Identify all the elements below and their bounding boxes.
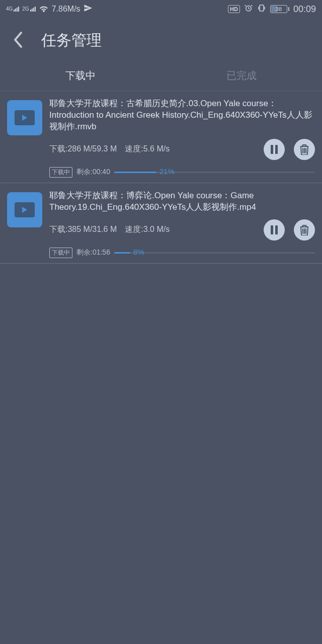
tab-completed[interactable]: 已完成 [161, 69, 322, 83]
time-remaining: 剩余:01:56 [76, 248, 110, 257]
network-4g: 4G [6, 7, 19, 12]
delete-button[interactable] [294, 219, 315, 240]
download-speed: 速度:5.6 M/s [125, 144, 170, 154]
svg-rect-1 [260, 5, 264, 11]
time-remaining: 剩余:00:40 [76, 168, 110, 177]
page-title: 任务管理 [41, 30, 102, 51]
pause-icon [271, 225, 278, 234]
download-speed: 速度:3.0 M/s [125, 224, 170, 235]
status-bar: 4G 2G 7.86M/s HD 38 00:09 [0, 0, 322, 18]
video-thumbnail-icon [7, 100, 42, 135]
pause-icon [271, 145, 278, 154]
clock-time: 00:09 [293, 4, 316, 15]
filename: 耶鲁大学开放课程：博弈论.Open Yale course：Game Theor… [49, 190, 315, 213]
status-badge: 下载中 [49, 167, 72, 178]
trash-icon [299, 224, 309, 235]
vibrate-icon [257, 4, 266, 15]
pause-button[interactable] [264, 219, 285, 240]
battery-icon: 38 [270, 5, 289, 13]
send-icon [84, 4, 93, 15]
download-size: 下载:286 M/59.3 M [49, 144, 117, 154]
progress-percent: 21% [159, 167, 175, 176]
hd-icon: HD [228, 5, 240, 13]
pause-button[interactable] [264, 139, 285, 160]
header: 任务管理 [0, 18, 322, 61]
net-speed: 7.86M/s [52, 5, 80, 14]
delete-button[interactable] [294, 139, 315, 160]
filename: 耶鲁大学开放课程：古希腊历史简介.03.Open Yale course：Int… [49, 98, 315, 133]
alarm-icon [244, 4, 253, 15]
download-list: 耶鲁大学开放课程：古希腊历史简介.03.Open Yale course：Int… [0, 91, 322, 264]
trash-icon [299, 144, 309, 155]
video-thumbnail-icon [7, 192, 42, 227]
network-2g: 2G [22, 7, 35, 12]
download-size: 下载:385 M/31.6 M [49, 224, 117, 235]
download-item: 耶鲁大学开放课程：古希腊历史简介.03.Open Yale course：Int… [0, 91, 322, 183]
back-button[interactable] [12, 31, 27, 51]
progress-bar: 21% [114, 172, 315, 173]
wifi-icon [39, 5, 49, 13]
tab-downloading[interactable]: 下载中 [0, 69, 161, 83]
tabs: 下载中 已完成 [0, 61, 322, 91]
download-item: 耶鲁大学开放课程：博弈论.Open Yale course：Game Theor… [0, 183, 322, 264]
progress-bar: 8% [114, 252, 315, 254]
status-badge: 下载中 [49, 248, 72, 258]
progress-percent: 8% [133, 248, 144, 256]
